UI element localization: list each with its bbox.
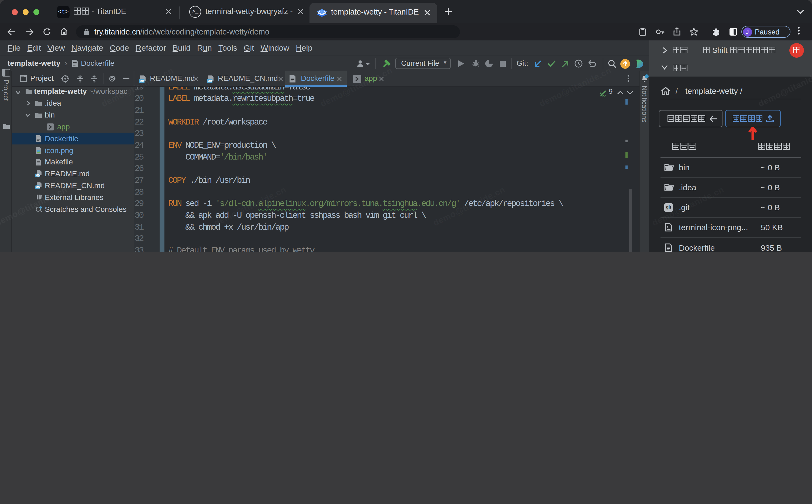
svg-text:MD: MD	[36, 174, 40, 177]
svg-text:MD: MD	[139, 80, 144, 83]
svg-text:MD: MD	[207, 80, 212, 83]
svg-text:MD: MD	[36, 186, 40, 189]
